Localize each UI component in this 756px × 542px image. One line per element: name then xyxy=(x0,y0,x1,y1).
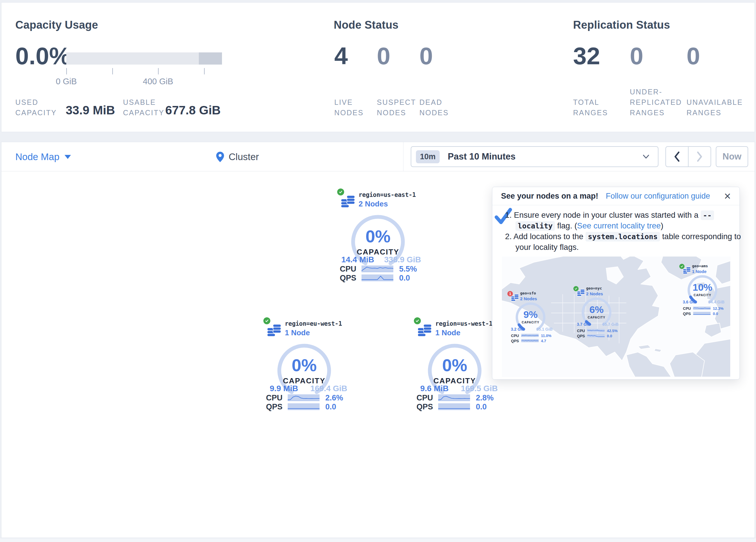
database-nodes-icon xyxy=(683,266,691,274)
cpu-metric-row: CPU 5.5% xyxy=(336,265,426,273)
qps-sparkline xyxy=(288,403,320,410)
cpu-label: CPU xyxy=(265,394,282,403)
cpu-metric-row: CPU 42.5% xyxy=(573,329,621,333)
capacity-caption: CAPACITY xyxy=(515,321,546,324)
cpu-metric-row: CPU 2.6% xyxy=(262,394,352,401)
capacity-tick xyxy=(112,68,113,74)
qps-metric-row: QPS 0.0 xyxy=(262,403,352,410)
dead-nodes-count: 0 xyxy=(419,44,433,68)
capacity-percent: 9% xyxy=(515,310,546,319)
unavailable-ranges-count: 0 xyxy=(687,44,700,68)
database-nodes-icon xyxy=(417,324,432,337)
qps-label: QPS xyxy=(507,339,519,343)
qps-value: 0.0 xyxy=(607,334,612,338)
configuration-guide-link[interactable]: Follow our configuration guide xyxy=(606,192,710,201)
capacity-percent: 6% xyxy=(581,305,612,315)
breadcrumb[interactable]: Cluster xyxy=(216,142,259,172)
qps-sparkline xyxy=(362,275,393,281)
capacity-used-value: 3.7 GiB xyxy=(573,322,594,327)
popup-header: See your nodes on a map! Follow our conf… xyxy=(492,187,740,205)
qps-metric-row: QPS 0.0 xyxy=(679,312,727,316)
qps-label: QPS xyxy=(416,403,433,412)
capacity-tick-label: 0 GiB xyxy=(43,77,89,86)
breadcrumb-cluster-label: Cluster xyxy=(229,151,259,162)
chevron-left-icon xyxy=(674,151,680,162)
region-label: region=us-east-1 xyxy=(359,191,416,198)
qps-value: 4.7 xyxy=(541,339,546,343)
now-button[interactable]: Now xyxy=(716,146,748,167)
geo-label: geo=nyc xyxy=(586,286,602,291)
dead-nodes-label: DEAD NODES xyxy=(419,97,449,118)
close-icon[interactable]: × xyxy=(724,190,731,202)
locality-flag-code: locality xyxy=(515,221,555,231)
capacity-usage-percent: 0.0% xyxy=(15,44,71,68)
cpu-value: 11.0% xyxy=(541,334,551,338)
region-card-us-west-1[interactable]: region=us-west-1 1 Node 0% CAPACITY 9.6 … xyxy=(413,316,502,417)
used-capacity-label: USED CAPACITY xyxy=(15,97,57,118)
qps-value: 0.0 xyxy=(325,403,336,412)
capacity-total-value: 169.5 GiB xyxy=(460,384,498,393)
region-node-count-link[interactable]: 1 Node xyxy=(435,328,460,337)
locality-flag-code: -- xyxy=(701,210,714,220)
time-range-badge: 10m xyxy=(416,150,440,163)
cpu-value: 2.8% xyxy=(476,394,494,403)
qps-sparkline xyxy=(521,339,539,342)
usable-capacity-label: USABLE CAPACITY xyxy=(123,97,164,118)
cpu-value: 2.6% xyxy=(325,394,343,403)
capacity-used-value: 3.2 GiB xyxy=(507,327,528,332)
chevron-down-icon xyxy=(642,154,650,159)
capacity-usage-title: Capacity Usage xyxy=(15,19,98,31)
cpu-sparkline xyxy=(362,265,393,272)
qps-value: 0.0 xyxy=(399,274,410,283)
time-range-dropdown[interactable]: 10m Past 10 Minutes xyxy=(411,146,658,167)
capacity-caption: CAPACITY xyxy=(581,316,612,319)
qps-metric-row: QPS 0.0 xyxy=(413,403,502,410)
capacity-tick xyxy=(66,68,67,74)
region-card-eu-west-1[interactable]: region=eu-west-1 1 Node 0% CAPACITY 9.9 … xyxy=(262,316,352,417)
region-node-count-link[interactable]: 2 Nodes xyxy=(359,199,388,208)
time-range-label: Past 10 Minutes xyxy=(448,151,515,162)
capacity-tick xyxy=(204,68,205,74)
view-selector-dropdown[interactable]: Node Map xyxy=(15,142,71,172)
geo-label: geo=sfo xyxy=(520,291,536,295)
qps-metric-row: QPS 4.7 xyxy=(507,339,555,343)
cpu-sparkline xyxy=(438,394,470,401)
region-label: region=us-west-1 xyxy=(435,320,493,327)
qps-value: 0.0 xyxy=(713,312,718,316)
cpu-label: CPU xyxy=(679,306,691,311)
time-step-forward-button[interactable] xyxy=(689,147,711,166)
instruction-line: locality flag. (See current locality tre… xyxy=(515,221,663,231)
geo-node-count: 2 Nodes xyxy=(586,291,603,296)
chevron-right-icon xyxy=(696,151,703,162)
capacity-total-value: 169.4 GiB xyxy=(310,384,348,393)
geo-card-sfo[interactable]: 1 geo=sfo 2 Nodes 9% CAPACITY 3.2 GiB 35… xyxy=(507,291,555,344)
database-nodes-icon xyxy=(577,289,585,297)
usable-capacity-value: 677.8 GiB xyxy=(165,103,221,117)
geo-node-count: 2 Nodes xyxy=(520,296,537,301)
locality-config-popup: See your nodes on a map! Follow our conf… xyxy=(492,187,740,380)
geo-card-ams[interactable]: geo=ams 1 Node 10% CAPACITY 3.6 GiB 34.4… xyxy=(679,263,727,317)
cluster-summary-bar: Capacity Usage 0.0% 0 GiB 400 GiB USED C… xyxy=(1,2,755,132)
geo-node-count: 1 Node xyxy=(692,269,707,274)
region-label: region=eu-west-1 xyxy=(285,320,342,327)
capacity-reserved-segment xyxy=(199,52,222,65)
capacity-percent: 10% xyxy=(687,282,718,292)
page-footer-strip xyxy=(0,538,756,542)
cpu-metric-row: CPU 11.0% xyxy=(507,334,555,338)
region-node-count-link[interactable]: 1 Node xyxy=(285,328,310,337)
region-card-us-east-1[interactable]: region=us-east-1 2 Nodes 0% CAPACITY 14.… xyxy=(336,187,426,288)
instruction-line: 2. Add locations to the system.locations… xyxy=(505,231,741,242)
cpu-metric-row: CPU 2.8% xyxy=(413,394,502,401)
geo-card-nyc[interactable]: geo=nyc 2 Nodes 6% CAPACITY 3.7 GiB 65.7… xyxy=(573,286,621,339)
database-nodes-icon xyxy=(341,195,355,208)
system-locations-code: system.locations xyxy=(586,232,660,241)
cpu-sparkline xyxy=(288,394,320,401)
locality-tree-link[interactable]: See current locality tree xyxy=(577,221,661,230)
qps-label: QPS xyxy=(573,334,585,338)
map-toolbar: Node Map Cluster 10m Past 10 Minutes xyxy=(1,142,755,171)
cpu-sparkline xyxy=(521,334,539,337)
qps-label: QPS xyxy=(339,274,356,283)
capacity-tick xyxy=(158,68,159,74)
node-status-title: Node Status xyxy=(334,19,399,31)
time-step-back-button[interactable] xyxy=(666,147,689,166)
